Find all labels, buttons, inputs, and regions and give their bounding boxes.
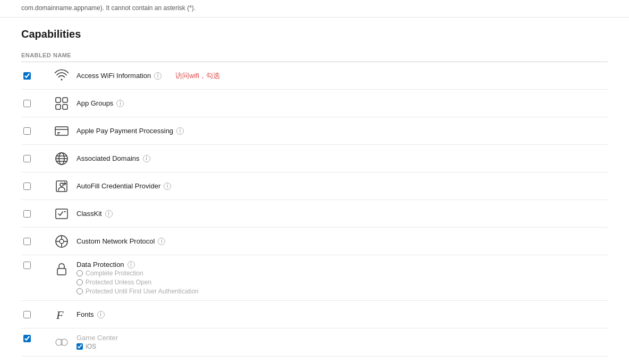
info-icon-apple-pay[interactable]: i [176, 127, 184, 135]
svg-text:F: F [56, 308, 64, 322]
cap-name-autofill: AutoFill Credential Provider [76, 182, 160, 190]
svg-rect-2 [63, 98, 67, 102]
cap-name-apple-pay: Apple Pay Payment Processing [76, 127, 173, 135]
checkbox-game-center[interactable] [23, 335, 31, 342]
radio-until-auth[interactable] [76, 288, 83, 294]
icon-wrap-app-groups [53, 95, 70, 112]
checkbox-classkit[interactable] [23, 210, 31, 218]
ios-label: iOS [86, 343, 96, 350]
header-enabled: ENABLED [21, 52, 53, 58]
svg-point-0 [61, 79, 63, 80]
icon-wrap-apple-pay [53, 123, 70, 140]
svg-rect-3 [56, 105, 61, 109]
info-icon-app-groups[interactable]: i [116, 100, 124, 107]
suboption-complete[interactable]: Complete Protection [76, 270, 199, 277]
checkbox-cell-apple-pay[interactable] [21, 127, 53, 135]
capability-info-custom-network: Custom Network Protocol i [53, 233, 608, 250]
icon-wrap-wifi [53, 67, 70, 84]
info-icon-classkit[interactable]: i [105, 210, 113, 218]
checkbox-cell-game-center[interactable] [21, 334, 53, 342]
info-icon-fonts[interactable]: i [97, 311, 105, 318]
checkbox-cell-associated-domains[interactable] [21, 155, 53, 162]
cap-name-wrap-app-groups: App Groups i [76, 99, 124, 107]
cap-name-game-center: Game Center [76, 334, 118, 342]
suboption-unless-open[interactable]: Protected Unless Open [76, 279, 199, 286]
icon-wrap-custom-network [53, 233, 70, 250]
checkbox-cell-fonts[interactable] [21, 311, 53, 318]
app-groups-icon [54, 96, 69, 111]
row-data-protection: Data Protection i Complete Protection Pr… [21, 255, 608, 301]
checkbox-data-protection[interactable] [23, 262, 31, 269]
checkbox-associated-domains[interactable] [23, 155, 31, 162]
capability-info-fonts: F Fonts i [53, 306, 608, 323]
checkbox-custom-network[interactable] [23, 238, 31, 245]
wifi-icon [54, 68, 69, 83]
checkbox-app-groups[interactable] [23, 100, 31, 107]
checkbox-autofill[interactable] [23, 183, 31, 190]
main-container: Capabilities ENABLED NAME Access WiFi In… [0, 18, 629, 364]
fonts-icon: F [54, 307, 69, 322]
cap-name-fonts: Fonts [76, 310, 94, 318]
icon-wrap-associated-domains [53, 150, 70, 167]
ios-sub-game-center: iOS [76, 343, 118, 350]
suboption-unless-open-label: Protected Unless Open [86, 279, 151, 286]
icon-wrap-fonts: F [53, 306, 70, 323]
row-associated-domains: Associated Domains i [21, 145, 608, 172]
cap-name-custom-network: Custom Network Protocol [76, 237, 155, 245]
info-icon-custom-network[interactable]: i [158, 238, 165, 245]
checkbox-cell-app-groups[interactable] [21, 100, 53, 107]
cap-name-associated-domains: Associated Domains [76, 154, 140, 162]
radio-unless-open[interactable] [76, 279, 83, 285]
checkbox-cell-wifi[interactable] [21, 72, 53, 80]
capability-info-autofill: AutoFill Credential Provider i [53, 178, 608, 195]
svg-point-19 [60, 239, 64, 244]
capability-info-app-groups: App Groups i [53, 95, 608, 112]
cap-name-wrap-custom-network: Custom Network Protocol i [76, 237, 165, 245]
suboption-until-auth[interactable]: Protected Until First User Authenticatio… [76, 288, 199, 295]
row-wifi: Access WiFi Information i 访问wifi，勾选 [21, 62, 608, 90]
info-icon-data-protection[interactable]: i [128, 261, 135, 268]
page-title: Capabilities [21, 28, 608, 40]
top-note: com.domainname.appname). It cannot conta… [0, 0, 629, 18]
cap-name-wrap-autofill: AutoFill Credential Provider i [76, 182, 171, 190]
apple-pay-icon [54, 124, 69, 138]
lock-icon [54, 262, 69, 276]
cap-name-wrap-associated-domains: Associated Domains i [76, 154, 150, 162]
row-custom-network: Custom Network Protocol i [21, 228, 608, 255]
row-app-groups: App Groups i [21, 90, 608, 117]
custom-network-icon [54, 234, 69, 249]
svg-rect-4 [63, 105, 67, 109]
capability-info-data-protection: Data Protection i Complete Protection Pr… [53, 261, 608, 295]
row-autofill: AutoFill Credential Provider i [21, 172, 608, 200]
radio-complete[interactable] [76, 270, 83, 276]
icon-wrap-data-protection [53, 261, 70, 278]
checkbox-cell-autofill[interactable] [21, 183, 53, 190]
cap-name-app-groups: App Groups [76, 99, 113, 107]
cap-name-wifi: Access WiFi Information [76, 72, 151, 80]
row-apple-pay: Apple Pay Payment Processing i [21, 117, 608, 145]
capability-info-classkit: ClassKit i [53, 205, 608, 222]
info-icon-autofill[interactable]: i [164, 183, 171, 190]
header-name: NAME [53, 52, 608, 58]
checkbox-fonts[interactable] [23, 311, 31, 318]
annotation-wifi: 访问wifi，勾选 [175, 71, 220, 81]
cap-name-wrap-apple-pay: Apple Pay Payment Processing i [76, 127, 184, 135]
checkbox-ios[interactable] [76, 343, 83, 350]
checkbox-apple-pay[interactable] [23, 127, 31, 135]
checkbox-cell-data-protection[interactable] [21, 261, 53, 269]
game-center-icon [54, 335, 69, 350]
cap-name-row-game-center: Game Center [76, 334, 118, 342]
checkbox-wifi[interactable] [23, 72, 31, 80]
info-icon-wifi[interactable]: i [154, 72, 162, 80]
suboption-complete-label: Complete Protection [86, 270, 143, 277]
svg-rect-1 [56, 98, 61, 102]
checkbox-cell-classkit[interactable] [21, 210, 53, 218]
svg-point-15 [60, 183, 63, 186]
cap-name-row-data-protection: Data Protection i [76, 261, 199, 268]
checkbox-cell-custom-network[interactable] [21, 238, 53, 245]
capability-info-associated-domains: Associated Domains i [53, 150, 608, 167]
info-icon-associated-domains[interactable]: i [143, 155, 150, 162]
globe-icon [54, 151, 69, 166]
icon-wrap-game-center [53, 334, 70, 351]
classkit-icon [54, 206, 69, 221]
